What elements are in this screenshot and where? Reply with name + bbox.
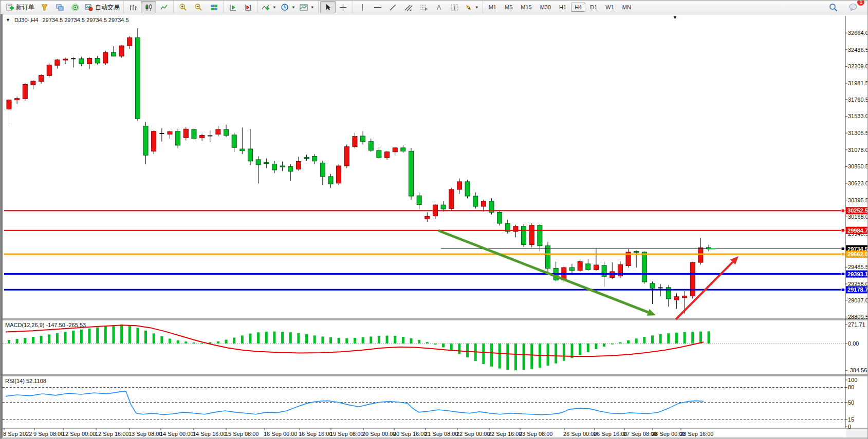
notifications-button[interactable]: 1 [846, 1, 861, 13]
main-toolbar: 新订单 自动交易 ▼ ▼ ▼ E F A T ▼ [1, 1, 868, 14]
metaeditor-button[interactable] [36, 1, 52, 13]
timeframe-M15[interactable]: M15 [517, 3, 535, 12]
chart-title: ▼ DJ30-,H4 29734.5 29734.5 29734.5 29734… [6, 17, 129, 23]
svg-text:14 Sep 00:00: 14 Sep 00:00 [160, 431, 193, 437]
vertical-line-button[interactable] [355, 1, 370, 13]
zoom-in-button[interactable] [175, 1, 191, 13]
channel-button[interactable]: E [401, 1, 416, 13]
search-button[interactable] [825, 1, 841, 13]
svg-text:30850.5: 30850.5 [848, 163, 868, 169]
svg-text:29258.0: 29258.0 [848, 281, 868, 287]
fibonacci-button[interactable]: F [416, 1, 432, 13]
notification-badge: 1 [857, 0, 864, 6]
svg-text:9 Sep 08:00: 9 Sep 08:00 [33, 431, 64, 437]
templates-button[interactable]: ▼ [298, 1, 317, 13]
collapse-triangle-icon[interactable]: ▼ [6, 17, 10, 23]
svg-text:30252.5: 30252.5 [847, 207, 868, 214]
search-icon [829, 3, 838, 12]
timeframe-H1[interactable]: H1 [556, 3, 570, 12]
svg-text:30395.5: 30395.5 [848, 197, 868, 203]
svg-text:16 Sep 16:00: 16 Sep 16:00 [299, 431, 332, 437]
terminal-button[interactable] [52, 1, 67, 13]
svg-text:23 Sep 08:00: 23 Sep 08:00 [519, 431, 552, 437]
line-chart-button[interactable] [156, 1, 172, 13]
auto-scroll-button[interactable] [225, 1, 241, 13]
svg-text:32209.0: 32209.0 [848, 63, 868, 69]
chevron-down-icon: ▼ [272, 5, 276, 10]
tile-windows-button[interactable] [206, 1, 221, 13]
svg-text:14 Sep 16:00: 14 Sep 16:00 [193, 431, 226, 437]
svg-text:20 Sep 16:00: 20 Sep 16:00 [393, 431, 427, 437]
timeframe-W1[interactable]: W1 [602, 3, 618, 12]
zoom-out-icon [194, 3, 202, 11]
svg-text:100: 100 [848, 377, 857, 383]
signals-button[interactable] [67, 1, 83, 13]
timeframe-M1[interactable]: M1 [485, 3, 500, 12]
autotrading-label: 自动交易 [95, 3, 120, 12]
svg-text:A: A [437, 4, 441, 11]
tile-windows-icon [210, 4, 218, 11]
new-order-button[interactable]: 新订单 [4, 1, 36, 13]
chart-shift-icon [245, 4, 252, 11]
horizontal-line-icon [374, 4, 382, 11]
chat-icon [849, 3, 858, 11]
svg-text:29984.7: 29984.7 [847, 227, 868, 234]
svg-text:8 Sep 2022: 8 Sep 2022 [3, 431, 32, 437]
chart-canvas[interactable]: 32664.032436.532209.031981.531760.531533… [2, 14, 868, 439]
indicators-button[interactable]: ▼ [260, 1, 279, 13]
svg-text:-384.56: -384.56 [848, 367, 867, 373]
macd-indicator-label: MACD(12,26,9) -147.50 -265.53 [5, 322, 86, 328]
autotrading-icon [85, 4, 93, 11]
chevron-down-icon: ▼ [475, 5, 479, 10]
chevron-down-icon: ▼ [310, 5, 315, 10]
channel-icon: E [404, 4, 413, 11]
candlestick-button[interactable] [141, 1, 156, 13]
cursor-button[interactable] [320, 1, 336, 13]
horizontal-line-button[interactable] [370, 1, 385, 13]
svg-text:30623.0: 30623.0 [848, 180, 868, 186]
svg-text:31981.5: 31981.5 [848, 80, 868, 86]
line-chart-icon [160, 4, 168, 11]
svg-text:31760.5: 31760.5 [848, 97, 868, 103]
funnel-icon [41, 4, 48, 11]
arrows-button[interactable]: ▼ [463, 1, 481, 13]
candlestick-icon [145, 4, 153, 11]
timeframe-H4[interactable]: H4 [571, 3, 585, 12]
trendline-button[interactable] [385, 1, 401, 13]
periods-button[interactable]: ▼ [279, 1, 298, 13]
rsi-indicator-label: RSI(14) 52.1108 [5, 378, 46, 384]
timeframe-MN[interactable]: MN [619, 3, 635, 12]
indicators-icon [262, 4, 270, 11]
svg-text:29662.0: 29662.0 [847, 251, 868, 257]
timeframe-M30[interactable]: M30 [537, 3, 555, 12]
svg-text:0.00: 0.00 [848, 340, 859, 347]
svg-text:29178.7: 29178.7 [847, 287, 868, 293]
svg-text:28809.5: 28809.5 [848, 314, 868, 320]
new-order-icon [6, 4, 14, 11]
zoom-out-button[interactable] [191, 1, 206, 13]
svg-text:31305.5: 31305.5 [848, 130, 868, 136]
svg-text:28 Sep 16:00: 28 Sep 16:00 [680, 431, 713, 437]
timeframe-M5[interactable]: M5 [501, 3, 516, 12]
svg-text:15: 15 [848, 416, 854, 423]
svg-text:20 Sep 00:00: 20 Sep 00:00 [362, 431, 396, 437]
autotrading-button[interactable]: 自动交易 [83, 1, 122, 13]
chart-shift-button[interactable] [241, 1, 256, 13]
crosshair-button[interactable] [336, 1, 351, 13]
svg-text:29485.5: 29485.5 [848, 264, 868, 270]
text-icon: A [436, 4, 442, 11]
svg-text:22 Sep 16:00: 22 Sep 16:00 [488, 431, 522, 437]
bar-chart-button[interactable] [125, 1, 141, 13]
bar-chart-icon [130, 4, 137, 11]
fibonacci-icon: F [420, 4, 428, 11]
vertical-line-icon [360, 4, 365, 11]
drop-arrow-icon[interactable]: ▼ [673, 15, 677, 20]
svg-text:15 Sep 08:00: 15 Sep 08:00 [225, 431, 258, 437]
zoom-in-icon [179, 3, 187, 11]
mt4-terminal-window: { "toolbar": { "new_order_label": "新订单",… [0, 0, 868, 439]
text-label-button[interactable]: T [447, 1, 463, 13]
text-button[interactable]: A [432, 1, 447, 13]
svg-text:22 Sep 00:00: 22 Sep 00:00 [456, 431, 490, 437]
timeframe-D1[interactable]: D1 [586, 3, 601, 12]
chart-symbol-period: DJ30-,H4 [14, 17, 38, 23]
